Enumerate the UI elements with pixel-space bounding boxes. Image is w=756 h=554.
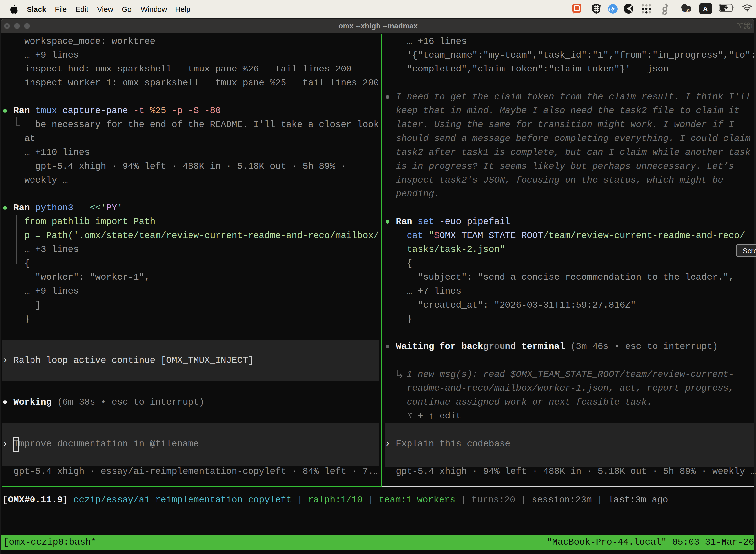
svg-text:A: A [703,5,708,13]
svg-text:..61: ..61 [683,8,690,13]
svg-text:1: 1 [750,22,753,30]
